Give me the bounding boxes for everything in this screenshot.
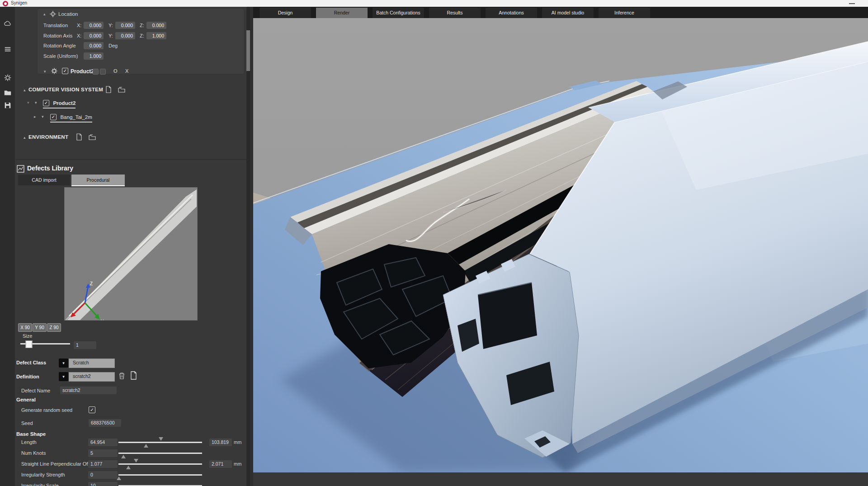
render-toggle-icon[interactable] [100,69,106,75]
menu-icon[interactable] [4,45,12,53]
param-value-field[interactable]: 5 [88,449,118,457]
folder-icon[interactable] [4,89,12,97]
3d-viewport[interactable] [253,18,868,472]
main-tab-bar: Design Render Batch Configurations Resul… [253,7,868,18]
translation-z-field[interactable]: 0.000 [146,22,166,29]
tree-item-product2[interactable]: ✓ Product2 [43,99,75,109]
divider [15,159,250,160]
rotation-axis-z-field[interactable]: 1.000 [146,32,166,39]
axis-y-label: Y: [108,33,113,38]
collapse-icon[interactable]: ▴ [24,88,26,92]
param-value-field[interactable]: 1.077 [88,460,118,468]
x-button[interactable]: X [125,68,128,74]
param-max-field[interactable]: 2.071 [209,460,232,468]
param-slider[interactable] [118,453,202,454]
defect-class-dropdown[interactable]: ▾ [59,359,68,368]
slider-marker-down[interactable] [159,437,163,441]
param-label: Irregularity Scale [21,483,59,486]
tree-item-label[interactable]: Product2 [53,100,75,106]
product-checkbox[interactable]: ✓ [62,68,68,74]
slider-marker-up[interactable] [121,455,126,458]
definition-field[interactable]: scratch2 [69,372,115,382]
random-seed-checkbox[interactable]: ✓ [89,406,95,413]
new-document-icon[interactable] [105,86,112,93]
delete-icon[interactable] [118,372,125,380]
collapse-icon[interactable]: ▴ [43,12,46,16]
tab-inference[interactable]: Inference [599,8,650,18]
collapse-icon[interactable]: ▾ [44,69,46,74]
size-slider[interactable] [20,343,70,344]
param-max-field[interactable]: 103.819 [209,439,232,446]
open-folder-icon[interactable] [118,86,125,93]
tree-item-bang-tai[interactable]: ✓ Bang_Tai_2m [50,113,92,123]
size-value-field[interactable]: 1 [74,341,96,349]
slider-marker-down[interactable] [134,459,138,462]
location-panel [38,9,244,74]
param-value-field[interactable]: 64.954 [88,439,118,446]
tree-item-label[interactable]: Bang_Tai_2m [60,114,92,120]
save-icon[interactable] [4,101,12,109]
tab-procedural[interactable]: Procedural [71,175,125,185]
o-button[interactable]: O [113,68,118,74]
axis-x-label: X: [77,33,81,38]
tab-render[interactable]: Render [316,8,368,18]
translation-y-field[interactable]: 0.000 [115,22,135,29]
rotation-axis-x-field[interactable]: 0.000 [84,32,104,39]
rotate-z90-button[interactable]: Z 90 [47,323,61,332]
tab-design[interactable]: Design [259,8,311,18]
tab-ai-model-studio[interactable]: AI model studio [542,8,594,18]
cloud-icon[interactable] [4,19,12,28]
scale-label: Scale (Uniform) [43,53,78,59]
environment-header[interactable]: ENVIRONMENT [28,134,68,140]
scale-field[interactable]: 1.000 [84,52,104,60]
active-tab-underline [71,185,125,186]
seed-field[interactable]: 688376500 [89,419,121,427]
panel-scrollbar[interactable] [246,7,250,486]
base-shape-header: Base Shape [16,431,46,437]
unit-label: mm [234,461,242,467]
collapse-icon[interactable]: ▾ [35,100,37,105]
visibility-toggle-icon[interactable] [93,69,99,75]
rotation-axis-y-field[interactable]: 0.000 [115,32,135,39]
cvs-header[interactable]: COMPUTER VISION SYSTEM [28,87,103,92]
slider-marker-up[interactable] [117,477,121,480]
definition-dropdown[interactable]: ▾ [59,372,68,381]
minimize-button[interactable] [849,3,855,4]
open-folder-icon[interactable] [89,134,96,140]
new-document-icon[interactable] [130,371,137,380]
rotation-angle-field[interactable]: 0.000 [84,42,104,49]
tree-checkbox[interactable]: ✓ [43,100,49,106]
app-title: Synigen [11,0,27,5]
expand-icon[interactable]: ▸ [34,114,36,119]
collapse-icon[interactable]: ▾ [27,100,29,105]
param-value-field[interactable]: 0 [88,471,118,479]
size-label: Size [23,333,32,339]
panel-scrollbar-thumb[interactable] [246,30,250,71]
size-slider-thumb[interactable] [25,340,32,348]
tab-batch-configurations[interactable]: Batch Configurations [373,8,424,18]
collapse-icon[interactable]: ▾ [42,114,44,119]
location-title: Location [58,11,78,17]
collapse-icon[interactable]: ▴ [24,135,26,140]
param-slider[interactable] [118,474,202,476]
tab-results[interactable]: Results [429,8,481,18]
rotate-x90-button[interactable]: X 90 [18,323,32,332]
param-slider[interactable] [118,463,202,465]
param-label: Irregularity Strength [21,472,65,477]
slider-marker-up[interactable] [144,444,148,448]
defect-preview[interactable]: Z Y [64,187,198,321]
rotation-axis-label: Rotation Axis [43,33,72,38]
defect-class-field[interactable]: Scratch [69,359,115,368]
gear-icon[interactable] [4,74,12,82]
param-value-field[interactable]: 10 [88,482,118,486]
translation-x-field[interactable]: 0.000 [84,22,104,29]
tab-annotations[interactable]: Annotations [486,8,537,18]
tree-checkbox[interactable]: ✓ [50,114,57,120]
rotate-y90-button[interactable]: Y 90 [33,323,47,332]
slider-marker-up[interactable] [126,466,131,469]
product-name[interactable]: Product2 [71,68,94,75]
param-slider[interactable] [118,442,202,443]
defect-name-field[interactable]: scratch2 [60,387,117,394]
new-document-icon[interactable] [76,133,82,141]
tab-cad-import[interactable]: CAD import [18,175,70,185]
